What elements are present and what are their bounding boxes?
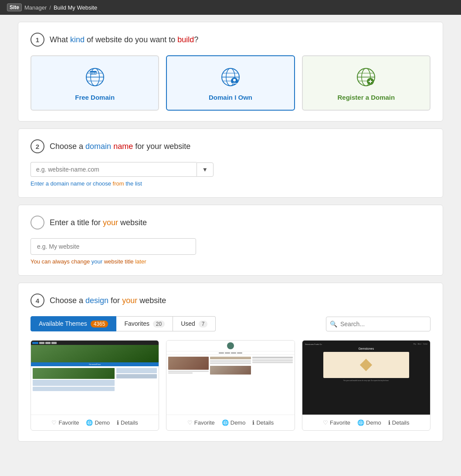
domain-options: FREE Free Domain Domain I Own (31, 55, 430, 111)
gemstones-details-label: Details (392, 419, 410, 426)
blog-nav (166, 351, 294, 355)
available-themes-count: 4365 (91, 321, 108, 327)
blog-details-action[interactable]: ℹ Details (252, 419, 274, 426)
breadcrumb-separator: / (49, 4, 51, 11)
gp-block3 (33, 387, 115, 391)
gp-main (33, 368, 115, 392)
free-domain-globe-icon: FREE (83, 65, 107, 89)
globe-icon: 🌐 (86, 419, 93, 426)
register-domain-option[interactable]: Register a Domain (302, 55, 430, 111)
generatepress-favorite-action[interactable]: ♡ Favorite (51, 419, 79, 426)
free-domain-option[interactable]: FREE Free Domain (31, 55, 159, 111)
theme-card-gemstones[interactable]: Gemstones Foods Co. Blog About Contact G… (302, 340, 430, 431)
favorites-label: Favorites (124, 320, 149, 327)
register-domain-globe-icon (354, 65, 378, 89)
info-icon-blog: ℹ (252, 419, 254, 426)
gemstones-demo-action[interactable]: 🌐 Demo (357, 419, 381, 426)
blog-details-label: Details (256, 419, 274, 426)
heart-icon-blog: ♡ (187, 419, 193, 426)
tab-used[interactable]: Used 7 (173, 316, 216, 331)
gemstones-favorite-action[interactable]: ♡ Favorite (323, 419, 350, 426)
blog-logo-icon (227, 342, 234, 349)
blog-nav1 (219, 352, 224, 354)
blog-text-block2 (210, 360, 251, 362)
gem-description: Fine gems and beautiful stones for every… (305, 380, 427, 381)
blog-nav2 (225, 352, 230, 354)
theme-card-blog[interactable]: ♡ Favorite 🌐 Demo ℹ Details (166, 340, 295, 431)
svg-text:FREE: FREE (90, 72, 97, 74)
heart-icon: ♡ (51, 419, 57, 426)
gp-block1 (33, 368, 115, 379)
blog-favorite-action[interactable]: ♡ Favorite (187, 419, 215, 426)
gem-diamond-shape (360, 359, 372, 371)
blog-col1 (168, 357, 209, 375)
blog-favorite-label: Favorite (194, 419, 215, 426)
step1-circle: 1 (31, 33, 44, 47)
info-icon: ℹ (117, 419, 119, 426)
theme-search-input[interactable] (326, 317, 430, 331)
tab-available-themes[interactable]: Available Themes 4365 (31, 316, 116, 331)
step2-title: Choose a domain name for your website (50, 142, 190, 151)
gp-nav-item (32, 342, 38, 344)
blog-img1 (168, 357, 209, 370)
gp-title-bar: GeneratePress (31, 362, 159, 366)
free-domain-label: Free Domain (75, 94, 115, 101)
step4-card: 4 Choose a design for your website Avail… (18, 283, 443, 442)
main-content: 1 What kind of website do you want to bu… (13, 22, 448, 442)
blog-col3 (252, 357, 293, 375)
info-icon-gem: ℹ (388, 419, 390, 426)
tabs-search-row: Available Themes 4365 Favorites 20 Used … (31, 316, 430, 331)
manager-link[interactable]: Manager (24, 4, 47, 11)
gemstones-footer: ♡ Favorite 🌐 Demo ℹ Details (302, 415, 430, 430)
gp-block2 (33, 380, 115, 386)
gem-nav-link1: Blog (414, 343, 416, 345)
gemstones-favorite-label: Favorite (330, 419, 350, 426)
domain-name-input[interactable] (31, 162, 197, 177)
theme-cards: GeneratePress (31, 340, 430, 431)
blog-text-block6 (252, 361, 293, 363)
own-domain-option[interactable]: Domain I Own (166, 55, 295, 111)
heart-icon-gem: ♡ (323, 419, 328, 426)
globe-icon-blog: 🌐 (222, 419, 229, 426)
tab-favorites[interactable]: Favorites 20 (116, 316, 173, 331)
blog-img2 (210, 366, 251, 375)
blog-line1 (168, 371, 209, 372)
generatepress-demo-action[interactable]: 🌐 Demo (86, 419, 110, 426)
gp-nav-item3 (45, 342, 51, 344)
domain-dropdown-button[interactable]: ▼ (197, 162, 214, 177)
blog-line2 (168, 372, 193, 374)
used-label: Used (181, 320, 195, 327)
theme-card-generatepress[interactable]: GeneratePress (31, 340, 159, 431)
step3-header: Enter a title for your website (31, 216, 430, 230)
site-badge: Site (7, 3, 22, 11)
blog-footer: ♡ Favorite 🌐 Demo ℹ Details (166, 415, 294, 430)
title-hint: You can always change your website title… (31, 258, 430, 265)
gem-nav-link2: About (418, 343, 421, 345)
generatepress-details-action[interactable]: ℹ Details (117, 419, 138, 426)
svg-point-13 (233, 79, 236, 81)
blog-text-block4 (252, 357, 293, 358)
title-hint-your: your (92, 258, 102, 265)
gemstones-details-action[interactable]: ℹ Details (388, 419, 410, 426)
blog-nav4 (237, 352, 242, 354)
step2-card: 2 Choose a domain name for your website … (18, 128, 443, 198)
blog-col2 (210, 357, 251, 375)
blog-preview (166, 341, 294, 415)
available-themes-label: Available Themes (39, 320, 87, 327)
current-page-label: Build My Website (54, 4, 97, 11)
register-domain-label: Register a Domain (337, 94, 395, 101)
title-hint-later: later (135, 258, 146, 265)
favorites-count: 20 (153, 321, 165, 327)
step4-header: 4 Choose a design for your website (31, 294, 430, 307)
search-icon: 🔍 (330, 321, 337, 327)
generatepress-demo-label: Demo (95, 419, 110, 426)
blog-demo-action[interactable]: 🌐 Demo (222, 419, 246, 426)
step3-card: Enter a title for your website You can a… (18, 205, 443, 276)
gp-hero-image (31, 345, 159, 362)
generatepress-footer: ♡ Favorite 🌐 Demo ℹ Details (31, 415, 159, 430)
generatepress-details-label: Details (121, 419, 138, 426)
step3-title: Enter a title for your website (50, 218, 147, 227)
website-title-input[interactable] (31, 238, 196, 255)
step1-header: 1 What kind of website do you want to bu… (31, 33, 430, 47)
generatepress-favorite-label: Favorite (58, 419, 79, 426)
